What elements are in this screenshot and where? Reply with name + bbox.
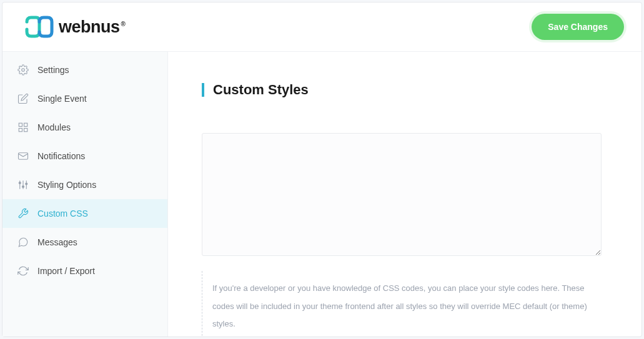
sidebar-item-modules[interactable]: Modules [2,113,167,142]
custom-css-textarea[interactable] [202,133,602,256]
title-accent-bar [202,83,204,97]
grid-icon [17,122,29,133]
svg-point-11 [26,183,27,185]
main-panel: Custom Styles If you're a developer or y… [168,52,642,337]
svg-rect-2 [24,123,27,126]
sidebar-item-label: Custom CSS [37,209,88,219]
wrench-icon [17,208,29,219]
logo-text: webnus® [59,17,125,37]
sidebar-item-messages[interactable]: Messages [2,228,167,257]
edit-icon [17,93,29,104]
app-container: webnus® Save Changes Settings Single Eve… [2,2,642,337]
sidebar-item-single-event[interactable]: Single Event [2,84,167,113]
sidebar-item-import-export[interactable]: Import / Export [2,257,167,285]
sidebar: Settings Single Event Modules Notificati… [2,52,168,337]
sidebar-item-styling-options[interactable]: Styling Options [2,170,167,199]
svg-rect-4 [19,129,22,132]
logo-mark-icon [25,16,54,38]
svg-rect-5 [19,153,28,160]
sidebar-item-label: Styling Options [37,180,96,190]
sidebar-item-label: Settings [37,65,69,75]
mail-icon [17,150,29,162]
sidebar-item-label: Notifications [37,151,85,161]
sidebar-item-custom-css[interactable]: Custom CSS [2,199,167,228]
svg-rect-3 [24,129,27,132]
gear-icon [17,64,29,76]
svg-point-9 [19,182,21,184]
sidebar-item-label: Single Event [37,94,87,104]
sidebar-item-label: Modules [37,122,71,132]
save-changes-button[interactable]: Save Changes [532,14,624,40]
help-text: If you're a developer or you have knowle… [202,271,602,337]
sidebar-item-label: Import / Export [37,266,95,276]
sidebar-item-label: Messages [37,237,77,247]
svg-point-0 [22,69,25,72]
sliders-icon [17,179,29,190]
refresh-icon [17,265,29,277]
logo: webnus® [25,16,125,38]
chat-icon [17,237,29,248]
body: Settings Single Event Modules Notificati… [2,52,642,337]
page-title-wrap: Custom Styles [202,82,602,98]
header: webnus® Save Changes [2,2,642,52]
sidebar-item-settings[interactable]: Settings [2,56,167,84]
svg-point-10 [22,186,24,188]
page-title: Custom Styles [213,82,309,98]
svg-rect-1 [19,123,22,126]
sidebar-item-notifications[interactable]: Notifications [2,142,167,170]
